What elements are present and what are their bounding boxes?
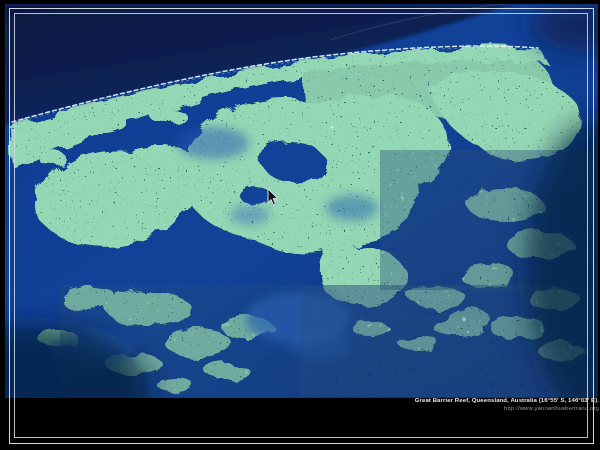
boat-speck bbox=[331, 127, 334, 129]
desktop-wallpaper: Great Barrier Reef, Queensland, Australi… bbox=[0, 0, 600, 450]
reef-photo-art bbox=[5, 4, 598, 398]
mouse-cursor-icon bbox=[266, 187, 280, 207]
photo-caption-title: Great Barrier Reef, Queensland, Australi… bbox=[415, 397, 599, 404]
photo-caption: Great Barrier Reef, Queensland, Australi… bbox=[415, 397, 599, 412]
reef-aerial-photo bbox=[5, 4, 598, 398]
photo-caption-url: http://www.yannarthusbertrand.org bbox=[415, 405, 599, 412]
